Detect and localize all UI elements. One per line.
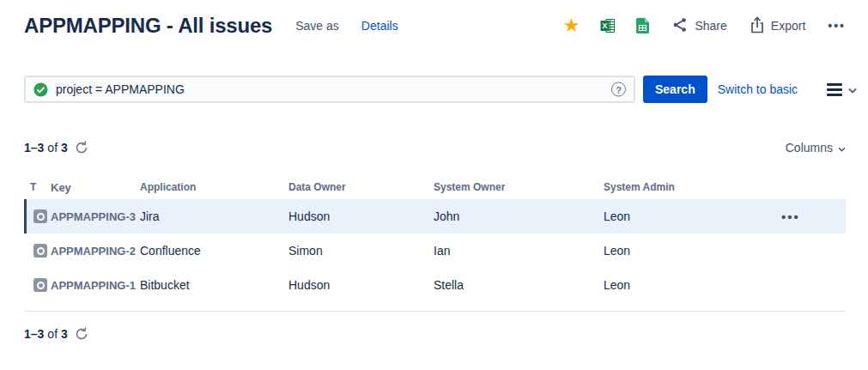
table-header-row: T Key Application Data Owner System Owne…: [24, 175, 846, 199]
issue-navigator-page: APPMAPPING - All issues Save as Details …: [0, 0, 868, 341]
export-button[interactable]: Export: [750, 16, 805, 36]
share-icon: [671, 16, 689, 36]
row-actions-cell: •••: [762, 209, 846, 224]
refresh-icon[interactable]: [75, 327, 88, 341]
pagination-bottom: 1–3 of 3: [24, 327, 88, 341]
data-owner-cell: Hudson: [288, 278, 434, 292]
issue-key-link[interactable]: APPMAPPING-1: [47, 279, 140, 292]
pagination-range: 1–3: [24, 327, 44, 341]
pagination-top: 1–3 of 3: [24, 141, 88, 155]
column-header-data-owner[interactable]: Data Owner: [288, 181, 434, 193]
column-header-application[interactable]: Application: [140, 181, 288, 193]
jql-valid-check-icon: [33, 82, 48, 97]
row-actions-menu-icon[interactable]: •••: [781, 209, 800, 224]
data-owner-cell: Simon: [288, 244, 434, 258]
column-header-system-admin[interactable]: System Admin: [604, 181, 762, 193]
issue-type-cell: [24, 244, 47, 258]
application-cell: Jira: [140, 209, 288, 223]
issue-type-cell: [24, 278, 47, 292]
more-options-icon[interactable]: •••: [828, 19, 846, 33]
pagination-total: 3: [61, 141, 68, 155]
pagination-range: 1–3: [24, 141, 44, 155]
issue-type-icon: [33, 278, 47, 292]
columns-label: Columns: [786, 141, 833, 155]
system-owner-cell: John: [434, 209, 604, 223]
system-admin-cell: Leon: [604, 278, 762, 292]
switch-to-basic-link[interactable]: Switch to basic: [718, 82, 798, 96]
data-owner-cell: Hudson: [288, 209, 434, 223]
column-header-key[interactable]: Key: [47, 181, 140, 194]
pagination-total: 3: [61, 327, 68, 341]
issue-type-icon: [33, 209, 47, 223]
favorite-star-icon[interactable]: ★: [563, 16, 580, 35]
list-view-selector[interactable]: [827, 82, 857, 97]
search-row: ? Search Switch to basic: [24, 76, 846, 103]
issue-type-cell: [24, 209, 47, 223]
issue-key-link[interactable]: APPMAPPING-3: [47, 210, 140, 223]
refresh-icon[interactable]: [75, 141, 88, 155]
syntax-help-icon[interactable]: ?: [611, 82, 626, 97]
table-bottom-divider: [24, 311, 846, 312]
share-label: Share: [695, 19, 726, 33]
google-sheets-export-icon[interactable]: [636, 18, 649, 33]
export-icon: [750, 16, 765, 36]
application-cell: Bitbucket: [140, 278, 288, 292]
svg-text:X: X: [603, 21, 609, 30]
column-header-type[interactable]: T: [24, 181, 47, 193]
columns-dropdown[interactable]: Columns: [786, 141, 846, 155]
chevron-down-icon: [838, 141, 846, 155]
details-link[interactable]: Details: [361, 19, 398, 33]
export-label: Export: [771, 19, 805, 33]
table-row[interactable]: APPMAPPING-1 Bitbucket Hudson Stella Leo…: [24, 268, 846, 302]
system-admin-cell: Leon: [604, 244, 762, 258]
chevron-down-icon: [848, 82, 857, 97]
results-toolbar: 1–3 of 3 Columns: [24, 141, 846, 155]
pagination-of: of: [47, 141, 58, 155]
save-as-button[interactable]: Save as: [295, 19, 339, 33]
jql-search-input[interactable]: [56, 82, 604, 96]
pagination-of: of: [47, 327, 58, 341]
page-title: APPMAPPING - All issues: [24, 14, 272, 38]
jql-search-field: ?: [24, 76, 635, 103]
table-row[interactable]: APPMAPPING-2 Confluence Simon Ian Leon: [24, 234, 846, 268]
header-actions: ★ X: [563, 16, 846, 36]
issue-type-icon: [33, 244, 47, 258]
table-row[interactable]: APPMAPPING-3 Jira Hudson John Leon •••: [24, 199, 846, 234]
issues-table: T Key Application Data Owner System Owne…: [24, 175, 846, 302]
application-cell: Confluence: [140, 244, 288, 258]
share-button[interactable]: Share: [671, 16, 726, 36]
page-header: APPMAPPING - All issues Save as Details …: [24, 0, 846, 52]
system-owner-cell: Ian: [434, 244, 604, 258]
system-owner-cell: Stella: [434, 278, 604, 292]
excel-export-icon[interactable]: X: [600, 18, 616, 33]
column-header-system-owner[interactable]: System Owner: [434, 181, 604, 193]
issue-key-link[interactable]: APPMAPPING-2: [47, 245, 140, 258]
search-button[interactable]: Search: [643, 76, 707, 103]
results-footer: 1–3 of 3: [24, 327, 846, 341]
system-admin-cell: Leon: [604, 209, 762, 223]
list-view-icon: [827, 83, 842, 96]
